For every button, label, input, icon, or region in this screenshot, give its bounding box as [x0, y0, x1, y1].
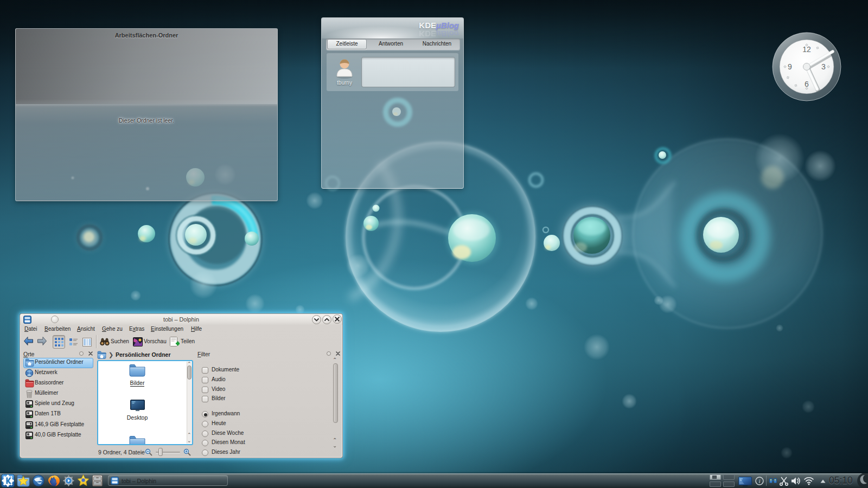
svg-text:12: 12 — [802, 45, 811, 54]
svg-text:6: 6 — [805, 80, 809, 88]
svg-text:9: 9 — [788, 62, 792, 71]
svg-text:i: i — [758, 478, 760, 484]
svg-text:3: 3 — [821, 62, 826, 71]
